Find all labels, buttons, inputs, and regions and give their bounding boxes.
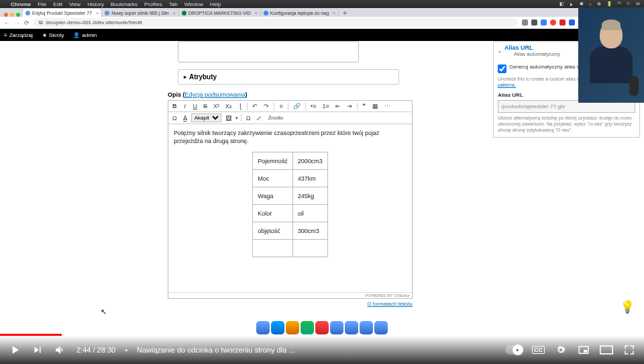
svg-rect-0 xyxy=(584,350,587,353)
play-button[interactable] xyxy=(8,343,21,357)
translate-icon[interactable] xyxy=(522,19,528,26)
captions-button[interactable]: CC xyxy=(532,346,545,354)
strike-button[interactable]: S xyxy=(201,102,209,110)
chevron-down-icon: ⌄ xyxy=(498,48,502,54)
drupal-admin-toolbar: ≡Zarządzaj ★Skróty 👤admin xyxy=(0,29,644,41)
mac-dock xyxy=(256,321,388,334)
webcam-overlay xyxy=(578,7,644,103)
new-tab-button[interactable]: + xyxy=(339,9,351,17)
user-icon: 👤 xyxy=(73,32,80,38)
forward-icon: → xyxy=(14,19,20,26)
browser-toolbar: ← → ⟳ ⧉ droopier-demo-001.ddev.site/node… xyxy=(0,17,644,29)
fullscreen-button[interactable] xyxy=(623,343,636,357)
fullscreen-button[interactable]: ⤢ xyxy=(254,114,264,122)
settings-button[interactable] xyxy=(554,343,568,357)
numbered-list-button[interactable]: 1≡ xyxy=(320,102,331,110)
auto-alias-checkbox[interactable] xyxy=(498,64,506,73)
alias-hint: Utwórz alternatywną ścieżkę po której uz… xyxy=(498,115,635,133)
autoplay-toggle[interactable]: ▸ xyxy=(505,345,523,355)
mouse-cursor-icon: ↖ xyxy=(101,308,107,316)
miniplayer-button[interactable] xyxy=(577,343,590,357)
editor-toolbar-2: Ω A̲ Akapit 🖼 ▾ Ω ⤢ Źródło xyxy=(168,112,412,124)
lightbulb-icon[interactable]: 💡 xyxy=(617,297,637,317)
time-display: 2:44 / 28:30 xyxy=(76,346,115,354)
svg-rect-1 xyxy=(600,346,612,354)
source-button[interactable]: Źródło xyxy=(266,114,285,122)
link-button[interactable]: 🔗 xyxy=(291,102,303,110)
format-select[interactable]: Akapit xyxy=(191,113,221,122)
shortcuts-menu[interactable]: ★Skróty xyxy=(42,32,64,38)
close-tab-icon[interactable]: × xyxy=(96,11,99,15)
text-input[interactable] xyxy=(178,41,359,62)
ext-icon[interactable] xyxy=(569,19,575,26)
favicon-icon xyxy=(25,11,30,15)
subscript-button[interactable]: X₂ xyxy=(223,102,234,110)
reload-icon[interactable]: ⟳ xyxy=(24,19,30,26)
table-row: Waga245kg xyxy=(253,187,328,205)
window-controls xyxy=(3,13,23,17)
ckeditor-credit: POWERED BY CKEditor xyxy=(168,292,412,298)
opis-label: Opis (Edycja podsumowania) xyxy=(168,91,413,98)
close-window-icon[interactable] xyxy=(4,13,8,17)
ext-icon[interactable] xyxy=(559,19,566,26)
volume-button[interactable] xyxy=(54,343,67,357)
theater-button[interactable] xyxy=(600,343,613,357)
ext-icon[interactable] xyxy=(550,19,556,26)
page-content: Atrybuty Opis (Edycja podsumowania) B I … xyxy=(0,41,644,322)
indent-button[interactable]: ⇥ xyxy=(345,102,354,110)
video-chapter-title[interactable]: Nawiązanie do odcinka o tworzeniu strony… xyxy=(137,346,496,354)
quote-button[interactable]: ❝ xyxy=(360,102,368,110)
browser-tab-strip: Edytuj Produkt Speedster 77× Nowy super … xyxy=(0,8,644,17)
video-controls: 2:44 / 28:30 • Nawiązanie do odcinka o t… xyxy=(0,336,644,364)
image-button[interactable]: 🖼 xyxy=(223,114,233,122)
back-icon[interactable]: ← xyxy=(4,19,10,26)
star-icon: ★ xyxy=(42,32,47,38)
hamburger-icon: ≡ xyxy=(4,32,7,38)
table-row xyxy=(253,240,328,257)
ckeditor: B I U S X² X₂ I͓ ↶ ↷ ≡ 🔗 •≡ 1≡ ⇤ ⇥ xyxy=(168,100,413,299)
manage-menu[interactable]: ≡Zarządzaj xyxy=(4,32,33,38)
editor-toolbar-1: B I U S X² X₂ I͓ ↶ ↷ ≡ 🔗 •≡ 1≡ ⇤ ⇥ xyxy=(168,101,412,112)
menu-status-icons: ◧ ⏵ ✱ ○ ⊕ 🔋 ᴾᴸ ⚐ ✉ xyxy=(559,1,640,7)
table-row: objętość300cm3 xyxy=(253,222,328,240)
bullet-list-button[interactable]: •≡ xyxy=(309,102,318,110)
editor-content[interactable]: Potężny silnik tworzący zakrzywienie cza… xyxy=(168,124,412,292)
table-button[interactable]: ▦ xyxy=(370,102,380,110)
outdent-button[interactable]: ⇤ xyxy=(333,102,343,110)
redo-button[interactable]: ↷ xyxy=(262,102,271,110)
microphone-icon xyxy=(629,76,639,96)
remove-format-button[interactable]: I͓ xyxy=(236,102,244,110)
table-row: Moc437km xyxy=(253,170,328,187)
italic-button[interactable]: I xyxy=(181,102,189,110)
minimize-window-icon[interactable] xyxy=(10,13,14,17)
attributes-accordion[interactable]: Atrybuty xyxy=(178,69,399,85)
tab-item[interactable]: DROPTICA MARKETING VID× xyxy=(179,9,261,17)
ext-icon[interactable] xyxy=(541,19,547,26)
bold-button[interactable]: B xyxy=(170,102,179,110)
superscript-button[interactable]: X² xyxy=(211,102,221,110)
text-formats-link[interactable]: O formatach tekstu xyxy=(168,301,413,307)
tab-item[interactable]: Nowy super silnik 900 | Siln× xyxy=(102,9,179,17)
oembed-button[interactable]: Ω xyxy=(244,114,253,122)
site-info-icon[interactable]: ⧉ xyxy=(39,19,43,26)
address-bar[interactable]: ⧉ droopier-demo-001.ddev.site/node/9/edi… xyxy=(34,18,518,27)
tab-active[interactable]: Edytuj Produkt Speedster 77× xyxy=(23,9,102,17)
edit-summary-link[interactable]: Edycja podsumowania xyxy=(185,91,246,98)
font-color-button[interactable]: A̲ xyxy=(181,114,189,122)
ext-icon[interactable] xyxy=(531,19,537,26)
mac-menubar: Chrome File Edit View History Bookmarks … xyxy=(0,0,644,8)
table-row: Koloroil xyxy=(253,205,328,222)
patterns-link[interactable]: patterns. xyxy=(498,83,516,87)
undo-button[interactable]: ↶ xyxy=(250,102,260,110)
attributes-summary: Atrybuty xyxy=(178,70,398,84)
app-name[interactable]: Chrome xyxy=(11,1,31,7)
align-button[interactable]: ≡ xyxy=(277,102,285,110)
special-char-button[interactable]: Ω xyxy=(170,114,179,122)
user-menu[interactable]: 👤admin xyxy=(73,32,97,38)
next-button[interactable] xyxy=(31,343,44,357)
maximize-window-icon[interactable] xyxy=(16,13,20,17)
tab-item[interactable]: Konfiguracja laptopa do nag× xyxy=(261,9,339,17)
underline-button[interactable]: U xyxy=(191,102,200,110)
more-button[interactable]: ⋯ xyxy=(382,102,392,110)
spec-table[interactable]: Pojemność2000cm3 Moc437km Waga245kg Kolo… xyxy=(252,152,328,257)
